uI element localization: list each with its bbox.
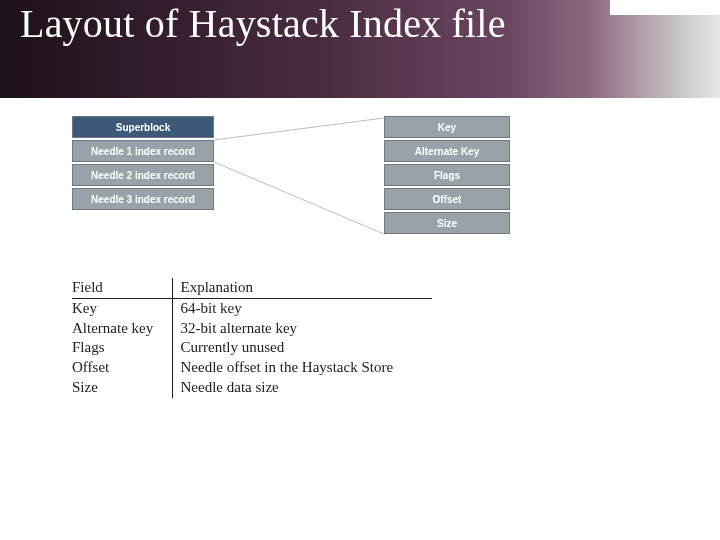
needle-field-key: Key bbox=[384, 116, 510, 138]
cell-field: Size bbox=[72, 378, 172, 398]
needle-field-size: Size bbox=[384, 212, 510, 234]
table-row: Alternate key 32-bit alternate key bbox=[72, 319, 432, 339]
needle3-record-cell: Needle 3 index record bbox=[72, 188, 214, 210]
needle-field-flags: Flags bbox=[384, 164, 510, 186]
title-band: Layout of Haystack Index file bbox=[0, 0, 720, 98]
table-row: Flags Currently unused bbox=[72, 338, 432, 358]
needle-field-offset: Offset bbox=[384, 188, 510, 210]
cell-field: Key bbox=[72, 298, 172, 318]
cell-exp: 32-bit alternate key bbox=[172, 319, 432, 339]
cell-exp: Needle offset in the Haystack Store bbox=[172, 358, 432, 378]
cell-exp: Needle data size bbox=[172, 378, 432, 398]
cell-field: Alternate key bbox=[72, 319, 172, 339]
needle1-record-cell: Needle 1 index record bbox=[72, 140, 214, 162]
svg-line-0 bbox=[214, 118, 384, 140]
needle-field-altkey: Alternate Key bbox=[384, 140, 510, 162]
page-title: Layout of Haystack Index file bbox=[0, 0, 720, 47]
table-row: Offset Needle offset in the Haystack Sto… bbox=[72, 358, 432, 378]
needle2-record-cell: Needle 2 index record bbox=[72, 164, 214, 186]
superblock-cell: Superblock bbox=[72, 116, 214, 138]
th-field: Field bbox=[72, 278, 172, 298]
table-row: Size Needle data size bbox=[72, 378, 432, 398]
field-explanation-table: Field Explanation Key 64-bit key Alterna… bbox=[72, 278, 720, 398]
index-diagram: Superblock Needle 1 index record Needle … bbox=[72, 116, 720, 236]
table-row: Key 64-bit key bbox=[72, 298, 432, 318]
expansion-connector bbox=[214, 116, 384, 236]
needle-record-column: Key Alternate Key Flags Offset Size bbox=[384, 116, 510, 234]
content-area: Superblock Needle 1 index record Needle … bbox=[0, 98, 720, 398]
svg-line-1 bbox=[214, 162, 384, 234]
cell-field: Offset bbox=[72, 358, 172, 378]
cell-field: Flags bbox=[72, 338, 172, 358]
connector-lines-icon bbox=[214, 116, 384, 236]
index-file-column: Superblock Needle 1 index record Needle … bbox=[72, 116, 214, 210]
cell-exp: 64-bit key bbox=[172, 298, 432, 318]
th-explanation: Explanation bbox=[172, 278, 432, 298]
table-header-row: Field Explanation bbox=[72, 278, 432, 298]
field-table: Field Explanation Key 64-bit key Alterna… bbox=[72, 278, 432, 398]
cell-exp: Currently unused bbox=[172, 338, 432, 358]
